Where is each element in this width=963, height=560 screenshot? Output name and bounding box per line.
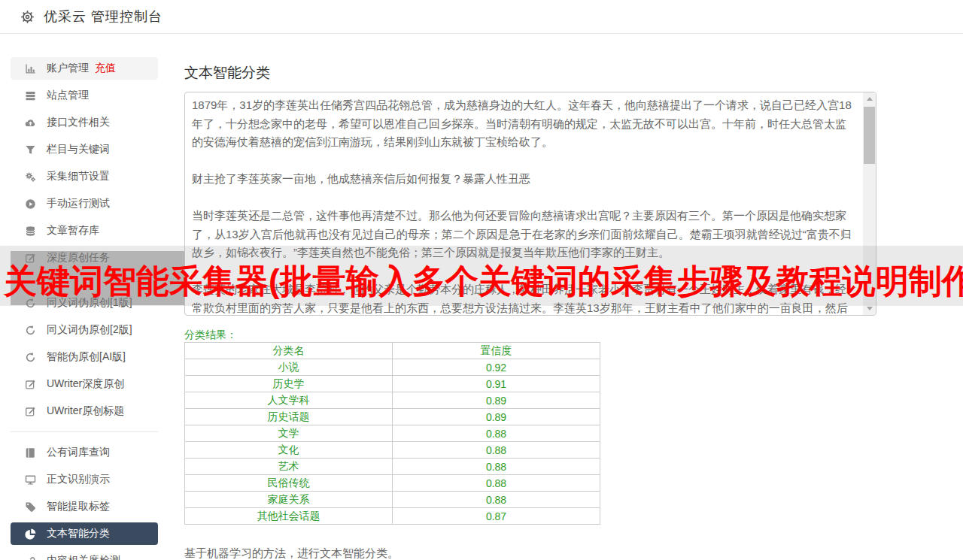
- confidence-cell: 0.87: [393, 508, 600, 525]
- sidebar-item-label: 文本智能分类: [47, 527, 110, 540]
- sidebar-item-label: UWriter深度原创: [47, 377, 124, 391]
- category-cell: 文学: [185, 425, 393, 442]
- scroll-up-icon[interactable]: [863, 92, 876, 105]
- sidebar-item-text-classify[interactable]: 文本智能分类: [11, 522, 158, 545]
- book-icon: [25, 447, 36, 459]
- category-cell: 其他社会话题: [185, 508, 393, 525]
- sidebar-item-tag-extract[interactable]: 智能提取标签: [11, 495, 158, 518]
- category-cell: 人文学科: [185, 392, 393, 409]
- classification-results-table: 分类名 置信度 小说0.92历史学0.91人文学科0.89历史话题0.89文学0…: [184, 342, 600, 525]
- sidebar-item-ai-rewrite[interactable]: 智能伪原创[AI版]: [11, 346, 158, 368]
- recharge-badge[interactable]: 充值: [95, 62, 116, 75]
- app-window: 优采云 管理控制台 账户管理充值站点管理接口文件相关栏目与关键词采集细节设置手动…: [0, 0, 963, 560]
- sidebar-item-label: 智能提取标签: [47, 500, 110, 513]
- refresh-icon: [25, 298, 36, 309]
- sidebar-item-label: 同义词伪原创[1版]: [47, 296, 132, 310]
- table-row: 民俗传统0.88: [185, 475, 600, 492]
- pie-chart-icon: [25, 528, 36, 540]
- sidebar-item-label: 手动运行测试: [47, 197, 110, 210]
- edit-icon: [25, 253, 36, 264]
- category-cell: 历史学: [185, 376, 393, 392]
- monitor-icon: [25, 474, 36, 486]
- table-row: 历史学0.91: [185, 376, 600, 392]
- sidebar-item-label: 接口文件相关: [47, 116, 110, 129]
- sidebar-item-label: UWriter原创标题: [47, 404, 124, 418]
- sidebar-item-uwriter-deep[interactable]: UWriter深度原创: [11, 373, 158, 395]
- category-cell: 文化: [185, 442, 393, 459]
- sidebar-item-label: 智能伪原创[AI版]: [47, 350, 126, 364]
- table-row: 其他社会话题0.87: [185, 508, 600, 525]
- column-header-category: 分类名: [185, 343, 393, 359]
- sidebar-item-sites[interactable]: 站点管理: [11, 84, 158, 107]
- table-row: 家庭关系0.88: [185, 492, 600, 508]
- sidebar-nav: 账户管理充值站点管理接口文件相关栏目与关键词采集细节设置手动运行测试文章暂存库深…: [11, 57, 158, 560]
- database-icon: [25, 226, 36, 237]
- page-title: 文本智能分类: [184, 63, 270, 83]
- table-row: 人文学科0.89: [185, 392, 600, 409]
- sidebar-item-collect-settings[interactable]: 采集细节设置: [11, 165, 158, 188]
- tag-icon: [25, 501, 36, 513]
- edit-icon: [25, 406, 36, 417]
- confidence-cell: 0.88: [393, 475, 600, 492]
- confidence-cell: 0.88: [393, 425, 600, 442]
- confidence-cell: 0.89: [393, 392, 600, 409]
- confidence-cell: 0.88: [393, 459, 600, 475]
- confidence-cell: 0.89: [393, 409, 600, 425]
- play-circle-icon: [25, 198, 36, 210]
- confidence-cell: 0.88: [393, 442, 600, 459]
- table-row: 小说0.92: [185, 359, 600, 376]
- sidebar-item-synonym-rewrite-2[interactable]: 同义词伪原创[2版]: [11, 319, 158, 341]
- sidebar-item-label: 账户管理: [47, 62, 89, 75]
- sidebar-item-label: 正文识别演示: [47, 473, 110, 486]
- sidebar-item-label: 栏目与关键词: [47, 143, 110, 156]
- sidebar-item-deep-original-task[interactable]: 深度原创任务: [11, 247, 158, 269]
- footer-note: 基于机器学习的方法，进行文本智能分类。: [184, 546, 399, 560]
- table-row: 文学0.88: [185, 425, 600, 442]
- top-header: 优采云 管理控制台: [0, 0, 963, 34]
- category-cell: 小说: [185, 359, 393, 376]
- textarea-scrollbar[interactable]: [863, 92, 876, 315]
- refresh-icon: [25, 352, 36, 363]
- sidebar-item-label: 内容相关度检测: [47, 554, 120, 560]
- sidebar-item-manual-run-test[interactable]: 手动运行测试: [11, 192, 158, 215]
- category-cell: 艺术: [185, 459, 393, 475]
- server-icon: [25, 90, 36, 101]
- sidebar-item-article-store[interactable]: 文章暂存库: [11, 219, 158, 242]
- confidence-cell: 0.88: [393, 492, 600, 508]
- sidebar-item-label: 深度原创任务: [47, 251, 110, 265]
- edit-icon: [25, 379, 36, 390]
- sidebar-item-label: 同义词伪原创[2版]: [47, 323, 132, 337]
- table-row: 艺术0.88: [185, 459, 600, 475]
- column-header-confidence: 置信度: [393, 343, 600, 359]
- results-label: 分类结果：: [184, 328, 237, 342]
- sidebar-item-uwriter-title[interactable]: UWriter原创标题: [11, 400, 158, 422]
- category-cell: 历史话题: [185, 409, 393, 425]
- sidebar-item-label: 文章暂存库: [47, 224, 99, 238]
- sidebar-item-columns-keywords[interactable]: 栏目与关键词: [11, 138, 158, 161]
- table-row: 历史话题0.89: [185, 409, 600, 425]
- table-row: 文化0.88: [185, 442, 600, 459]
- sidebar-item-interface-files[interactable]: 接口文件相关: [11, 111, 158, 134]
- sidebar-item-public-dict-query[interactable]: 公有词库查询: [11, 441, 158, 464]
- confidence-cell: 0.91: [393, 376, 600, 392]
- scroll-down-icon[interactable]: [863, 302, 876, 315]
- sidebar-divider: [11, 431, 158, 432]
- confidence-cell: 0.92: [393, 359, 600, 376]
- sidebar-item-label: 公有词库查询: [47, 446, 110, 459]
- gear-icon: [20, 10, 35, 24]
- table-header-row: 分类名 置信度: [185, 343, 600, 359]
- sidebar-item-body-recognition[interactable]: 正文识别演示: [11, 468, 158, 491]
- sidebar-item-synonym-rewrite-1[interactable]: 同义词伪原创[1版]: [11, 292, 158, 314]
- sidebar-item-account[interactable]: 账户管理充值: [11, 57, 158, 80]
- filter-icon: [25, 144, 36, 156]
- category-cell: 民俗传统: [185, 475, 393, 492]
- app-title: 优采云 管理控制台: [44, 8, 163, 26]
- refresh-icon: [25, 325, 36, 336]
- scrollbar-thumb[interactable]: [864, 107, 875, 164]
- cloud-upload-icon: [25, 117, 36, 129]
- classification-text-input[interactable]: 1879年，31岁的李莲英出任储秀宫四品花翎总管，成为慈禧身边的大红人。这年春天…: [184, 92, 876, 316]
- link-icon: [25, 555, 36, 560]
- bar-chart-icon: [25, 63, 36, 74]
- sidebar-item-label: 采集细节设置: [47, 170, 110, 183]
- sidebar-item-relevance-check[interactable]: 内容相关度检测: [11, 549, 158, 560]
